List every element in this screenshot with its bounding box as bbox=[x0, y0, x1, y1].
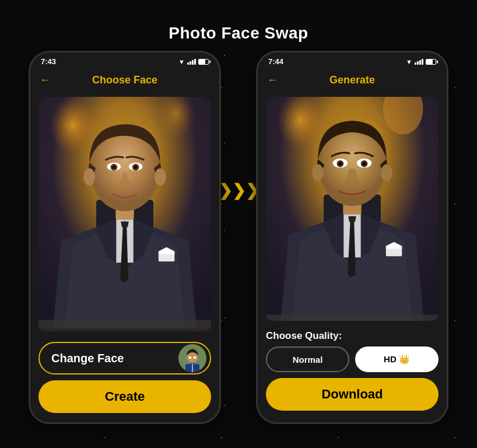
normal-quality-button[interactable]: Normal bbox=[266, 346, 349, 372]
chevron3: ❯ bbox=[232, 183, 245, 199]
svg-point-1 bbox=[50, 97, 96, 154]
svg-point-32 bbox=[189, 356, 192, 359]
download-button[interactable]: Download bbox=[266, 378, 439, 411]
left-app-header: ← Choose Face bbox=[30, 68, 219, 92]
left-phone: 7:43 ▼ ← Choose Face bbox=[29, 51, 221, 424]
battery-icon bbox=[198, 59, 209, 65]
face-thumbnail bbox=[178, 344, 206, 372]
right-bar3 bbox=[419, 60, 421, 65]
svg-point-27 bbox=[155, 169, 166, 186]
svg-point-33 bbox=[194, 356, 197, 359]
right-photo-svg bbox=[266, 97, 439, 321]
create-label: Create bbox=[105, 389, 145, 404]
download-label: Download bbox=[321, 387, 383, 402]
left-header-title: Choose Face bbox=[92, 74, 157, 86]
right-bar2 bbox=[417, 61, 419, 65]
create-button[interactable]: Create bbox=[38, 380, 211, 413]
svg-point-54 bbox=[338, 162, 342, 166]
signal-bars bbox=[187, 59, 196, 65]
arrows-container: ❯ ❯ ❯ ❯ ❯ bbox=[221, 183, 256, 292]
battery-fill bbox=[199, 60, 205, 64]
right-status-bar: 7:44 ▼ bbox=[258, 52, 447, 68]
svg-marker-15 bbox=[121, 222, 129, 228]
svg-point-59 bbox=[381, 164, 392, 181]
face-thumbnail-svg bbox=[178, 344, 206, 372]
left-status-icons: ▼ bbox=[178, 58, 209, 65]
right-photo-area bbox=[266, 97, 439, 321]
bar2 bbox=[190, 61, 191, 65]
svg-point-25 bbox=[134, 166, 138, 169]
bar1 bbox=[187, 62, 189, 65]
svg-point-26 bbox=[83, 169, 95, 186]
normal-quality-label: Normal bbox=[293, 355, 323, 365]
right-bar1 bbox=[415, 62, 416, 65]
hd-quality-button[interactable]: HD 👑 bbox=[355, 346, 439, 372]
hd-quality-label: HD 👑 bbox=[384, 354, 410, 365]
right-battery-icon bbox=[426, 59, 436, 65]
left-back-button[interactable]: ← bbox=[40, 74, 50, 86]
signal-icon: ▼ bbox=[178, 58, 185, 65]
right-signal-bars bbox=[415, 59, 423, 65]
change-face-button[interactable]: Change Face bbox=[38, 342, 211, 374]
download-section: Download bbox=[258, 372, 447, 422]
left-status-bar: 7:43 ▼ bbox=[30, 52, 219, 68]
quality-label: Choose Quality: bbox=[266, 330, 439, 342]
phones-container: 7:43 ▼ ← Choose Face bbox=[29, 51, 448, 424]
svg-point-57 bbox=[363, 162, 366, 166]
right-status-icons: ▼ bbox=[406, 58, 436, 65]
left-status-time: 7:43 bbox=[41, 57, 56, 66]
left-photo-area bbox=[38, 97, 211, 331]
svg-rect-29 bbox=[38, 328, 211, 331]
right-header-title: Generate bbox=[329, 74, 375, 86]
change-face-label: Change Face bbox=[51, 352, 124, 365]
right-battery-fill bbox=[426, 60, 433, 64]
svg-marker-47 bbox=[348, 216, 356, 222]
right-status-time: 7:44 bbox=[268, 57, 283, 66]
right-app-header: ← Generate bbox=[258, 68, 447, 92]
svg-rect-60 bbox=[266, 314, 439, 321]
right-bar4 bbox=[422, 59, 423, 65]
quality-options: Normal HD 👑 bbox=[266, 346, 439, 372]
page-title: Photo Face Swap bbox=[169, 24, 308, 43]
left-bottom-controls: Change Face bbox=[30, 336, 219, 422]
right-back-button[interactable]: ← bbox=[267, 74, 278, 86]
left-photo-svg bbox=[38, 97, 211, 331]
right-phone: 7:44 ▼ ← Generate bbox=[256, 51, 448, 424]
bar3 bbox=[192, 60, 194, 65]
quality-section: Choose Quality: Normal HD 👑 bbox=[258, 326, 447, 372]
right-signal-icon: ▼ bbox=[406, 58, 412, 65]
bar4 bbox=[194, 59, 196, 65]
svg-point-22 bbox=[112, 166, 115, 169]
svg-point-58 bbox=[312, 164, 324, 181]
